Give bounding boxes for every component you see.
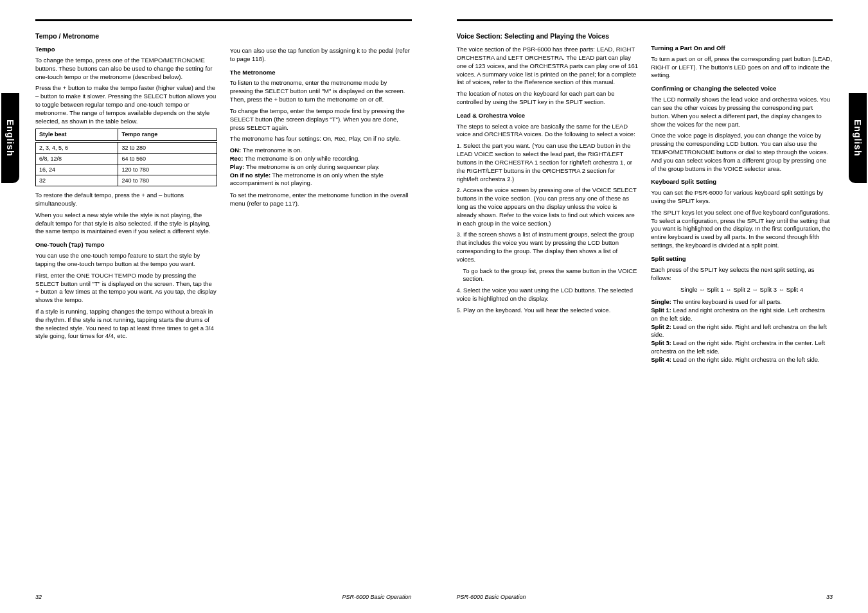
lead-para-1: The steps to select a voice are basicall… [457, 123, 639, 139]
list-item: Rec: The metronome is on only while reco… [230, 155, 412, 163]
table-cell: 32 to 280 [118, 142, 217, 153]
metronome-para-2: To change the tempo, enter the tempo mod… [230, 107, 412, 132]
metronome-para-3: The metronome has four settings: On, Rec… [230, 135, 412, 143]
tempo-para-2: Press the + button to make the tempo fas… [35, 84, 217, 125]
table-row: 32 240 to 780 [36, 175, 217, 186]
voice-para-1: The voice section of the PSR-6000 has th… [457, 46, 639, 87]
language-tab-right: English [849, 93, 867, 183]
step-4: 4. Select the voice you want using the L… [457, 287, 639, 303]
list-item: Single: The entire keyboard is used for … [651, 298, 833, 306]
metronome-settings-list: ON: The metronome is on. Rec: The metron… [230, 147, 412, 188]
sub-split-setting: Split setting [651, 255, 833, 263]
setting-label: ON: [230, 147, 241, 154]
split-para-1: Each press of the SPLIT key selects the … [651, 266, 833, 283]
list-item: Play: The metronome is on only during se… [230, 163, 412, 172]
split-text: Lead on the right side. Right and left o… [651, 323, 827, 339]
tempo-para-4: When you select a new style while the st… [35, 211, 217, 236]
setting-text: The metronome is on. [243, 147, 302, 154]
setting-label: Play: [230, 163, 245, 170]
setting-text: The metronome is on only while recording… [245, 155, 360, 162]
section-title-voice: Voice Section: Selecting and Playing the… [457, 31, 639, 40]
onetouch-para-1: You can use the one-touch tempo feature … [35, 252, 217, 269]
onetouch-para-5: You can also use the tap function by ass… [230, 47, 412, 64]
table-row: 2, 3, 4, 5, 6 32 to 280 [36, 142, 217, 153]
step-5-text: Play on the keyboard. You will hear the … [463, 306, 610, 314]
keyboard-para-1: You can set the PSR-6000 for various key… [651, 189, 833, 206]
right-col-2: Turning a Part On and Off To turn a part… [651, 29, 833, 364]
tempo-para-3: To restore the default tempo, press the … [35, 191, 217, 208]
split-label: Split 2: [651, 323, 671, 330]
sub-onetouch: One-Touch (Tap) Tempo [35, 241, 217, 249]
sub-metronome: The Metronome [230, 69, 412, 77]
split-text: The entire keyboard is used for all part… [673, 298, 782, 305]
step-3-label: 3. [457, 231, 462, 238]
step-5-label: 5. [457, 306, 462, 314]
split-label: Split 1: [651, 306, 671, 314]
onetouch-para-3: If a style is running, tapping changes t… [35, 308, 217, 341]
split-text: Lead and right orchestra on the right si… [651, 306, 825, 322]
table-cell: 64 to 560 [118, 153, 217, 164]
table-header-beat: Style beat [36, 129, 118, 140]
keyboard-para-2: The SPLIT keys let you select one of fiv… [651, 209, 833, 250]
split-label: Split 4: [651, 356, 671, 363]
page-number: 32 [35, 594, 42, 600]
section-title-tempo: Tempo / Metronome [35, 31, 217, 40]
table-cell: 16, 24 [36, 164, 118, 175]
table-header-row: Style beat Tempo range [36, 129, 217, 140]
list-item: Split 3: Lead on the right side. Right o… [651, 339, 833, 356]
page-top-rule [35, 19, 412, 21]
list-item: Split 4: Lead on the right side. Right o… [651, 356, 833, 364]
footer-text: PSR-6000 Basic Operation [457, 594, 526, 600]
split-text: Lead on the right side. Right orchestra … [673, 356, 820, 363]
table-cell: 32 [36, 175, 118, 186]
sub-turn: Turning a Part On and Off [651, 44, 833, 53]
sub-tempo: Tempo [35, 46, 217, 54]
left-col-2: You can also use the tap function by ass… [230, 29, 412, 344]
tempo-range-table: Style beat Tempo range 2, 3, 4, 5, 6 32 … [35, 129, 217, 186]
page-footer-right: PSR-6000 Basic Operation 33 [457, 587, 833, 600]
turn-para: To turn a part on or off, press the corr… [651, 55, 833, 80]
step-3b: To go back to the group list, press the … [463, 267, 639, 284]
setting-label: Rec: [230, 155, 244, 162]
table-row: 16, 24 120 to 780 [36, 164, 217, 175]
confirm-para-2: Once the voice page is displayed, you ca… [651, 132, 833, 173]
language-tab-label: English [853, 120, 863, 157]
setting-text: The metronome is on only during sequence… [246, 163, 380, 170]
metronome-para-1: To listen to the metronome, enter the me… [230, 79, 412, 103]
list-item: On if no style: The metronome is on only… [230, 172, 412, 188]
split-text: Lead on the right side. Right orchestra … [651, 339, 825, 355]
list-item: ON: The metronome is on. [230, 147, 412, 155]
step-2: 2. Access the voice screen by pressing o… [457, 186, 639, 227]
step-5: 5. Play on the keyboard. You will hear t… [457, 306, 639, 315]
step-1: 1. Select the part you want. (You can us… [457, 142, 639, 183]
sub-confirm: Confirming or Changing the Selected Voic… [651, 85, 833, 93]
sub-lead: Lead & Orchestra Voice [457, 112, 639, 120]
list-item: Split 1: Lead and right orchestra on the… [651, 306, 833, 323]
split-sequence: Single ↔ Split 1 ↔ Split 2 ↔ Split 3 ↔ S… [651, 286, 833, 294]
table-header-range: Tempo range [118, 129, 217, 140]
manual-page-left: English Tempo / Metronome Tempo To chang… [0, 0, 434, 613]
page-number: 33 [826, 594, 833, 600]
right-col-1: Voice Section: Selecting and Playing the… [457, 29, 639, 364]
manual-page-right: English Voice Section: Selecting and Pla… [434, 0, 869, 613]
sub-keyboard-split: Keyboard Split Setting [651, 178, 833, 186]
page-columns: Voice Section: Selecting and Playing the… [457, 29, 833, 364]
step-3: 3. If the screen shows a list of instrum… [457, 231, 639, 263]
voice-para-2: The location of notes on the keyboard fo… [457, 90, 639, 107]
table-cell: 6/8, 12/8 [36, 153, 118, 164]
page-columns: Tempo / Metronome Tempo To change the te… [35, 29, 412, 344]
setting-label: On if no style: [230, 172, 270, 179]
metronome-para-4: To set the metronome, enter the metronom… [230, 191, 412, 208]
language-tab-label: English [5, 120, 15, 157]
table-row: 6/8, 12/8 64 to 560 [36, 153, 217, 164]
footer-text: PSR-6000 Basic Operation [342, 594, 411, 600]
split-label: Single: [651, 298, 671, 305]
page-top-rule [457, 19, 833, 21]
confirm-para-1: The LCD normally shows the lead voice an… [651, 96, 833, 129]
list-item: Split 2: Lead on the right side. Right a… [651, 323, 833, 340]
left-col-1: Tempo / Metronome Tempo To change the te… [35, 29, 217, 344]
split-settings-list: Single: The entire keyboard is used for … [651, 298, 833, 364]
table-cell: 240 to 780 [118, 175, 217, 186]
onetouch-para-2: First, enter the ONE TOUCH TEMPO mode by… [35, 272, 217, 305]
tempo-para-1: To change the tempo, press one of the TE… [35, 57, 217, 81]
